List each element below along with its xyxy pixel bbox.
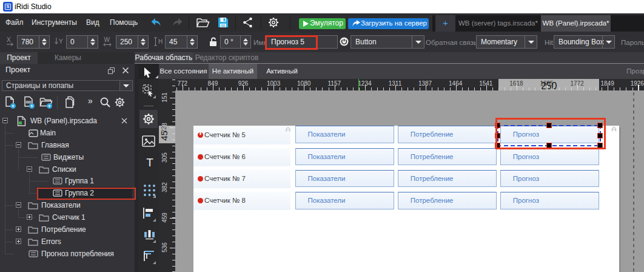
svg-text:Y: Y	[59, 38, 63, 45]
svg-text:H: H	[158, 38, 163, 45]
svg-text:W: W	[104, 36, 110, 43]
svg-text:X: X	[7, 36, 11, 43]
